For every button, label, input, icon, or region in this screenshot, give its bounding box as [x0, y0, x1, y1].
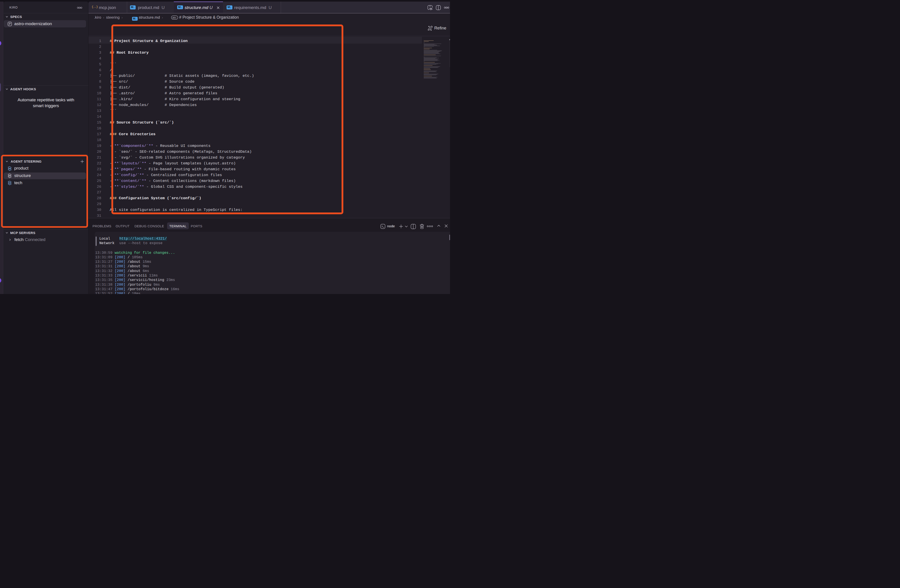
- svg-text:abc: abc: [172, 16, 177, 19]
